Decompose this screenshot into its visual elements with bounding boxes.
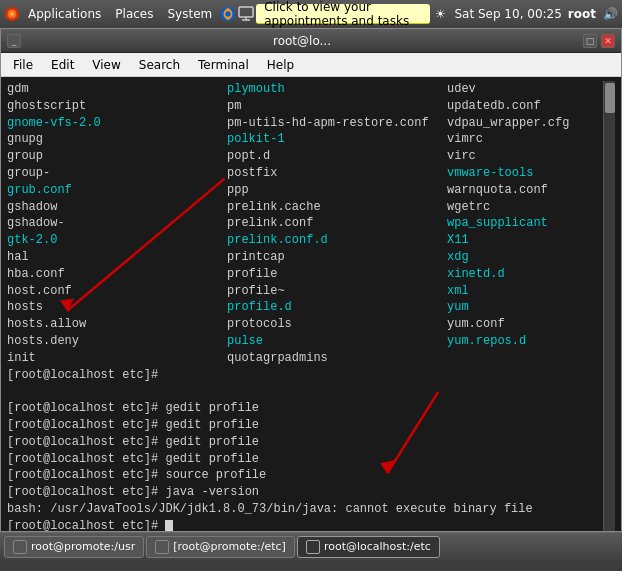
col2-profile: profile bbox=[227, 266, 447, 283]
svg-rect-5 bbox=[239, 7, 253, 17]
col2-prelink-cache: prelink.cache bbox=[227, 199, 447, 216]
close-button[interactable]: ✕ bbox=[601, 34, 615, 48]
cmd-output: bash: /usr/JavaTools/JDK/jdk1.8.0_73/bin… bbox=[7, 501, 603, 518]
col3-xdg: xdg bbox=[447, 249, 603, 266]
col2-pm: pm bbox=[227, 98, 447, 115]
col3-virc: virc bbox=[447, 148, 603, 165]
applications-label: Applications bbox=[28, 7, 101, 21]
network-icon[interactable] bbox=[238, 6, 254, 22]
listing-row-13: host.conf profile~ xml bbox=[7, 283, 603, 300]
listing-row-2: ghostscript pm updatedb.conf bbox=[7, 98, 603, 115]
listing-row-15: hosts.allow protocols yum.conf bbox=[7, 316, 603, 333]
col2-profiled: profile.d bbox=[227, 299, 447, 316]
cmd-6: [root@localhost etc]# java -version bbox=[7, 484, 603, 501]
gnome-icon bbox=[4, 6, 20, 22]
col1-group: group bbox=[7, 148, 227, 165]
col1-ghostscript: ghostscript bbox=[7, 98, 227, 115]
places-label: Places bbox=[115, 7, 153, 21]
tab-1-label: root@promote:/usr bbox=[31, 540, 135, 553]
cmd-5: [root@localhost etc]# source profile bbox=[7, 467, 603, 484]
tab-localhost-etc[interactable]: root@localhost:/etc bbox=[297, 536, 440, 558]
listing-row-6: group- postfix vmware-tools bbox=[7, 165, 603, 182]
notification-bar[interactable]: Click to view your appointments and task… bbox=[256, 4, 430, 24]
menu-terminal[interactable]: Terminal bbox=[190, 56, 257, 74]
username: root bbox=[568, 7, 596, 21]
col1-gdm: gdm bbox=[7, 81, 227, 98]
volume-icon[interactable]: 🔊 bbox=[602, 6, 618, 22]
terminal-inner: gdm plymouth udev ghostscript pm updated… bbox=[7, 81, 615, 531]
notification-text: Click to view your appointments and task… bbox=[264, 0, 422, 28]
col2-quota: quotagrpadmins bbox=[227, 350, 447, 367]
cmd-4: [root@localhost etc]# gedit profile bbox=[7, 451, 603, 468]
system-label: System bbox=[167, 7, 212, 21]
col2-polkit: polkit-1 bbox=[227, 131, 447, 148]
col1-hbaconf: hba.conf bbox=[7, 266, 227, 283]
col3-vimrc: vimrc bbox=[447, 131, 603, 148]
cmd-blank bbox=[7, 383, 603, 400]
listing-row-11: hal printcap xdg bbox=[7, 249, 603, 266]
menu-file[interactable]: File bbox=[5, 56, 41, 74]
menu-search[interactable]: Search bbox=[131, 56, 188, 74]
taskbar-system[interactable]: System bbox=[161, 5, 218, 23]
prompt-after-listing: [root@localhost etc]# bbox=[7, 367, 603, 384]
terminal-content: gdm plymouth udev ghostscript pm updated… bbox=[7, 81, 603, 531]
col2-ppp: ppp bbox=[227, 182, 447, 199]
col3-wpasupplicant: wpa_supplicant bbox=[447, 215, 603, 232]
terminal-icon-1 bbox=[13, 540, 27, 554]
scrollbar[interactable] bbox=[603, 81, 615, 531]
col1-gshadow-dash: gshadow- bbox=[7, 215, 227, 232]
col2-pmutils: pm-utils-hd-apm-restore.conf bbox=[227, 115, 447, 132]
menu-help[interactable]: Help bbox=[259, 56, 302, 74]
terminal-icon-2 bbox=[155, 540, 169, 554]
tab-2-label: [root@promote:/etc] bbox=[173, 540, 286, 553]
col2-printcap: printcap bbox=[227, 249, 447, 266]
firefox-icon[interactable] bbox=[220, 6, 236, 22]
col1-init: init bbox=[7, 350, 227, 367]
listing-row-3: gnome-vfs-2.0 pm-utils-hd-apm-restore.co… bbox=[7, 115, 603, 132]
col2-pulse: pulse bbox=[227, 333, 447, 350]
col3-udev: udev bbox=[447, 81, 603, 98]
col3-yum: yum bbox=[447, 299, 603, 316]
col3-wgetrc: wgetrc bbox=[447, 199, 603, 216]
col3-empty bbox=[447, 350, 603, 367]
listing-row-8: gshadow prelink.cache wgetrc bbox=[7, 199, 603, 216]
listing-row-17: init quotagrpadmins bbox=[7, 350, 603, 367]
col1-hal: hal bbox=[7, 249, 227, 266]
col3-x11: X11 bbox=[447, 232, 603, 249]
menu-edit[interactable]: Edit bbox=[43, 56, 82, 74]
taskbar-applications[interactable]: Applications bbox=[22, 5, 107, 23]
window-title: root@lo... bbox=[21, 34, 583, 48]
col3-updatedb: updatedb.conf bbox=[447, 98, 603, 115]
col3-vmwaretools: vmware-tools bbox=[447, 165, 603, 182]
scrollbar-thumb[interactable] bbox=[605, 83, 615, 113]
menubar: File Edit View Search Terminal Help bbox=[1, 53, 621, 77]
terminal-body[interactable]: gdm plymouth udev ghostscript pm updated… bbox=[1, 77, 621, 531]
col2-prelinkcond: prelink.conf.d bbox=[227, 232, 447, 249]
terminal-icon-3 bbox=[306, 540, 320, 554]
listing-row-7: grub.conf ppp warnquota.conf bbox=[7, 182, 603, 199]
col1-hostsallow: hosts.allow bbox=[7, 316, 227, 333]
col1-group-dash: group- bbox=[7, 165, 227, 182]
svg-point-4 bbox=[226, 11, 231, 16]
tab-promote-etc[interactable]: [root@promote:/etc] bbox=[146, 536, 295, 558]
menu-view[interactable]: View bbox=[84, 56, 128, 74]
window-titlebar: _ root@lo... □ ✕ bbox=[1, 29, 621, 53]
taskbar-places[interactable]: Places bbox=[109, 5, 159, 23]
col1-gnupg: gnupg bbox=[7, 131, 227, 148]
col1-hostconf: host.conf bbox=[7, 283, 227, 300]
taskbar-left: Applications Places System bbox=[4, 5, 254, 23]
minimize-button[interactable]: _ bbox=[7, 34, 21, 48]
taskbar-center: Click to view your appointments and task… bbox=[256, 4, 430, 24]
listing-row-4: gnupg polkit-1 vimrc bbox=[7, 131, 603, 148]
col3-xinetd: xinetd.d bbox=[447, 266, 603, 283]
col2-plymouth: plymouth bbox=[227, 81, 447, 98]
cmd-3: [root@localhost etc]# gedit profile bbox=[7, 434, 603, 451]
listing-row-1: gdm plymouth udev bbox=[7, 81, 603, 98]
sun-icon: ☀ bbox=[432, 6, 448, 22]
col3-yumconf: yum.conf bbox=[447, 316, 603, 333]
cmd-final-prompt: [root@localhost etc]# bbox=[7, 518, 603, 531]
listing-row-14: hosts profile.d yum bbox=[7, 299, 603, 316]
col2-postfix: postfix bbox=[227, 165, 447, 182]
tab-promote-usr[interactable]: root@promote:/usr bbox=[4, 536, 144, 558]
maximize-button[interactable]: □ bbox=[583, 34, 597, 48]
